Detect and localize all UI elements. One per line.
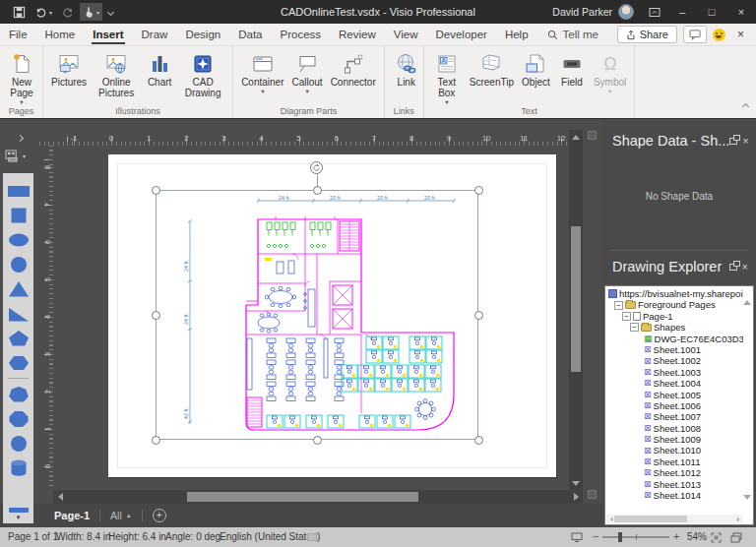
shape-ellipse[interactable] — [7, 227, 31, 252]
presentation-mode-button[interactable] — [571, 532, 583, 544]
scroll-up-button[interactable] — [569, 130, 583, 144]
ribbon-display-options-button[interactable] — [642, 1, 667, 23]
tree-collapse-icon[interactable]: − — [614, 301, 623, 310]
shape-square[interactable] — [7, 203, 31, 227]
link-button[interactable]: Link — [390, 49, 423, 90]
status-language[interactable]: English (United States) — [220, 531, 320, 542]
tree-item-document[interactable]: https://bvisualnet-my.sharepoint. — [606, 288, 743, 299]
tree-item-sheet[interactable]: ⊠Sheet.1014 — [606, 490, 743, 501]
tab-design[interactable]: Design — [176, 24, 229, 45]
container-button[interactable]: Container ▾ — [238, 49, 286, 97]
tab-insert[interactable]: Insert — [84, 24, 132, 45]
tab-data[interactable]: Data — [229, 24, 271, 45]
callout-button[interactable]: Callout ▾ — [288, 49, 325, 97]
text-box-button[interactable]: A Text Box ▾ — [429, 49, 465, 108]
field-button[interactable]: Field — [555, 49, 589, 90]
tree-item-sheet[interactable]: ⊠Sheet.1012 — [606, 467, 743, 478]
tree-item-sheet[interactable]: ⊠Sheet.1006 — [606, 400, 743, 411]
tab-developer[interactable]: Developer — [426, 24, 495, 45]
selection-handle[interactable] — [474, 436, 483, 445]
tree-item-sheet[interactable]: ⊠Sheet.1010 — [606, 445, 743, 456]
shape-heptagon[interactable] — [7, 382, 31, 406]
fit-page-button[interactable] — [711, 532, 722, 545]
selection-handle[interactable] — [313, 186, 322, 195]
object-button[interactable]: Object — [519, 49, 553, 90]
touch-mouse-mode-button[interactable]: ▾ — [80, 3, 102, 21]
stencil-button[interactable]: ▾ — [5, 150, 26, 162]
tree-item-dwg[interactable]: ▦ DWG-EC76E4C03D3C42AD — [606, 334, 743, 344]
online-pictures-button[interactable]: Online Pictures — [92, 49, 141, 100]
splitter-bottom-button[interactable] — [588, 490, 597, 499]
tree-item-sheet[interactable]: ⊠Sheet.1007 — [606, 411, 743, 422]
tree-item-sheet[interactable]: ⊠Sheet.1002 — [606, 355, 743, 366]
tree-item-sheet[interactable]: ⊠Sheet.1001 — [606, 344, 743, 355]
scroll-down-button[interactable] — [569, 476, 583, 490]
selection-handle[interactable] — [152, 186, 160, 195]
status-angle[interactable]: Angle: 0 deg — [165, 531, 220, 542]
shape-pentagon[interactable] — [7, 326, 31, 350]
share-button[interactable]: Share — [617, 26, 677, 43]
close-panel-icon[interactable]: × — [742, 136, 748, 147]
splitter-top-button[interactable] — [588, 131, 597, 140]
panel-splitter[interactable] — [583, 119, 602, 504]
connector-button[interactable]: Connector — [328, 49, 379, 90]
tree-item-sheet[interactable]: ⊠Sheet.1011 — [606, 456, 743, 467]
minimize-button[interactable]: – — [667, 0, 697, 24]
macro-record-icon[interactable] — [307, 533, 317, 541]
tree-scroll-right-button[interactable] — [734, 516, 742, 523]
screentip-button[interactable]: ScreenTip — [467, 49, 517, 90]
selection-handle[interactable] — [474, 186, 483, 195]
tree-horizontal-scrollbar[interactable] — [606, 515, 743, 523]
feedback-smiley-icon[interactable] — [713, 29, 725, 41]
page-tab-page-1[interactable]: Page-1 — [54, 510, 90, 521]
customize-qat-button[interactable] — [105, 3, 116, 21]
selection-handle[interactable] — [152, 311, 160, 320]
tab-home[interactable]: Home — [36, 24, 85, 45]
close-button[interactable]: × — [726, 0, 756, 24]
tree-scroll-down-button[interactable] — [743, 500, 751, 511]
shape-octagon[interactable] — [7, 406, 31, 431]
tab-review[interactable]: Review — [330, 24, 385, 45]
scroll-right-button[interactable] — [569, 490, 583, 504]
vertical-scrollbar[interactable] — [569, 130, 583, 490]
shape-right-triangle[interactable] — [7, 301, 31, 326]
zoom-slider-handle[interactable] — [618, 532, 622, 542]
add-page-button[interactable]: + — [153, 509, 166, 522]
tree-item-sheet[interactable]: ⊠Sheet.1013 — [606, 479, 743, 490]
user-name[interactable]: David Parker — [552, 6, 612, 18]
tree-item-sheet[interactable]: ⊠Sheet.1004 — [606, 378, 743, 389]
tab-file[interactable]: File — [0, 24, 36, 45]
tree-scroll-thumb[interactable] — [614, 516, 687, 522]
popout-panel-icon[interactable] — [729, 138, 737, 145]
shape-cylinder[interactable] — [7, 456, 31, 480]
zoom-level[interactable]: 54% — [687, 531, 707, 542]
undo-dropdown-icon[interactable]: ▾ — [49, 9, 52, 16]
collapse-ribbon-button[interactable] — [743, 95, 748, 113]
zoom-in-button[interactable]: + — [673, 530, 679, 542]
tree-item-sheet[interactable]: ⊠Sheet.1005 — [606, 390, 743, 400]
shape-decagon[interactable] — [7, 431, 31, 456]
tree-collapse-icon[interactable]: − — [630, 323, 639, 332]
tree-item-sheet[interactable]: ⊠Sheet.1008 — [606, 423, 743, 434]
touch-mode-dropdown-icon[interactable]: ▾ — [96, 9, 99, 16]
tab-view[interactable]: View — [385, 24, 427, 45]
selection-handle[interactable] — [474, 311, 483, 320]
shape-rectangle[interactable] — [7, 178, 31, 203]
tree-item-foreground-pages[interactable]: − Foreground Pages — [606, 299, 743, 310]
close-panel-icon[interactable]: × — [742, 262, 748, 273]
shape-circle[interactable] — [7, 252, 31, 276]
tab-draw[interactable]: Draw — [133, 24, 177, 45]
switch-windows-button[interactable] — [730, 532, 742, 545]
user-avatar[interactable] — [618, 4, 634, 20]
popout-panel-icon[interactable] — [729, 264, 737, 271]
redo-button[interactable] — [58, 3, 77, 21]
tree-item-sheet[interactable]: ⊠Sheet.1009 — [606, 434, 743, 445]
horizontal-scroll-thumb[interactable] — [187, 492, 418, 502]
pictures-button[interactable]: Pictures — [48, 49, 90, 90]
status-page-count[interactable]: Page 1 of 1 — [8, 531, 58, 542]
status-width[interactable]: Width: 8.4 in — [56, 531, 111, 542]
selection-handle[interactable] — [152, 436, 160, 445]
maximize-button[interactable]: □ — [697, 0, 726, 24]
shape-hexagon[interactable] — [7, 350, 31, 375]
expand-shapes-panel-button[interactable] — [18, 127, 23, 145]
